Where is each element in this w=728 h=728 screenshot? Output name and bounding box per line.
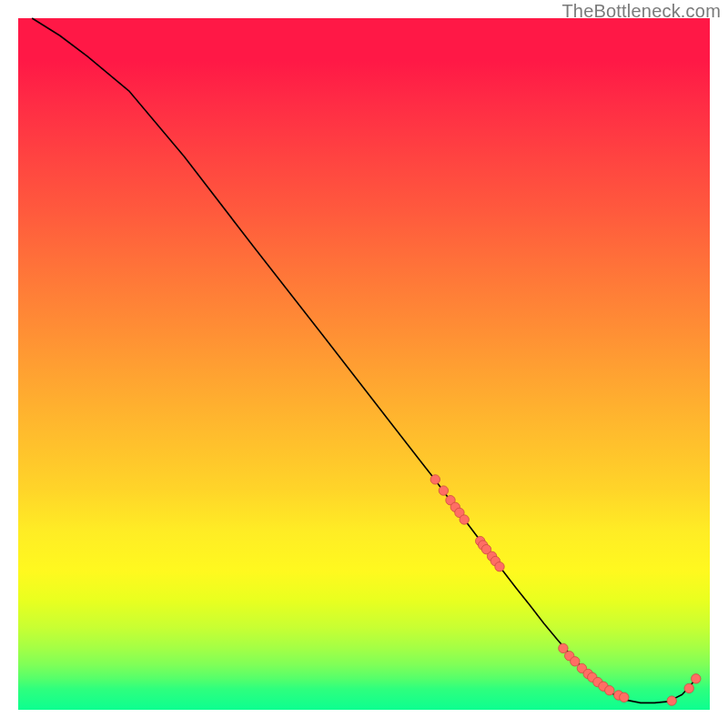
curve-line [32, 18, 696, 703]
data-point [495, 562, 504, 571]
chart-area [18, 18, 710, 710]
data-point [667, 696, 676, 705]
curve-markers [430, 475, 701, 706]
data-point [605, 686, 614, 695]
data-point [692, 674, 701, 683]
data-point [684, 683, 693, 693]
chart-svg [18, 18, 710, 710]
data-point [439, 486, 448, 495]
data-point [620, 693, 629, 702]
data-point [460, 515, 469, 524]
data-point [571, 657, 580, 666]
data-point [430, 475, 440, 484]
data-point [559, 643, 568, 652]
